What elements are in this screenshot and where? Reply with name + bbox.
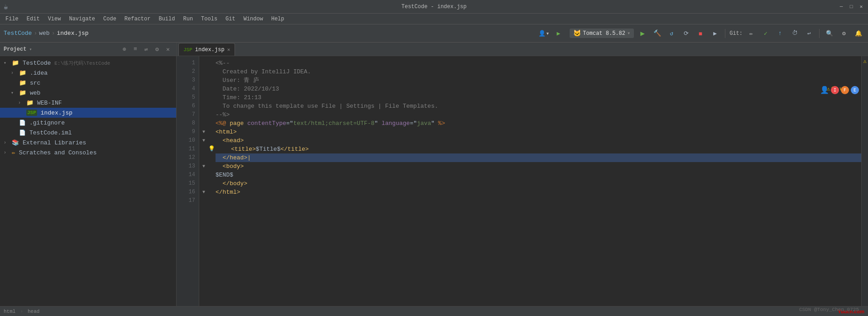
tree-item-ext-libs[interactable]: ›📚External Libraries (0, 138, 176, 148)
tree-arrow: › (4, 140, 10, 145)
comment-text: Created by IntelliJ IDEA. (216, 67, 311, 76)
code-line-6: To change this template use File | Setti… (216, 102, 861, 110)
line-numbers: 1234567891011121314151617 (177, 56, 199, 306)
fold-marker[interactable]: ▼ (202, 129, 205, 134)
tree-item-testcode-root[interactable]: ▾📁TestCode E:\练习代码\TestCode (0, 58, 176, 68)
sidebar-hide-icon[interactable]: ✕ (163, 45, 173, 54)
breadcrumb: TestCode › web › index.jsp (4, 30, 89, 37)
code-area[interactable]: 1234567891011121314151617 ▼▼▼▼ <%-- Crea… (177, 56, 868, 306)
line-num-6: 6 (178, 102, 195, 110)
tree-item-scratches[interactable]: ›✏Scratches and Consoles (0, 148, 176, 158)
status-breadcrumb-html[interactable]: html (4, 309, 15, 314)
tree-item-index-jsp[interactable]: JSPindex.jsp (0, 108, 176, 118)
notifications-button[interactable]: 🔔 (853, 28, 864, 39)
menu-item-view[interactable]: View (44, 15, 65, 23)
breadcrumb-folder[interactable]: web (39, 30, 49, 37)
line-num-9: 9 (178, 128, 195, 136)
folder-icon: 📁 (26, 99, 34, 106)
reload-button[interactable]: ⟳ (680, 28, 692, 39)
menu-item-refactor[interactable]: Refactor (121, 15, 154, 23)
bulb-icon[interactable]: 💡 (208, 145, 215, 153)
minimize-button[interactable]: ─ (838, 4, 844, 10)
sidebar-expand-icon[interactable]: ≡ (131, 45, 140, 54)
tree-item-web[interactable]: ▾📁web (0, 88, 176, 98)
menu-item-file[interactable]: File (2, 15, 22, 23)
menu-item-help[interactable]: Help (268, 15, 288, 23)
tree-label: .gitignore (29, 120, 65, 126)
status-bar: html › head Yuucn.com (0, 306, 868, 316)
firefox-icon[interactable]: F (841, 86, 849, 94)
sidebar-collapse-icon[interactable]: ⇌ (142, 45, 151, 54)
tree-arrow: ▾ (4, 60, 10, 66)
tab-icon: JSP (183, 47, 192, 53)
run-configs-icon[interactable]: ▶ (552, 28, 564, 39)
tree-label: Scratches and Consoles (19, 149, 97, 156)
breadcrumb-file[interactable]: index.jsp (57, 30, 88, 37)
build-button[interactable]: 🔨 (651, 28, 663, 39)
edge-icon[interactable]: E (851, 86, 859, 94)
update-button[interactable]: ↺ (666, 28, 677, 39)
line-num-5: 5 (178, 93, 195, 102)
menu-item-window[interactable]: Window (240, 15, 267, 23)
sidebar-settings-icon[interactable]: ⚙ (153, 45, 162, 54)
sidebar-scope-icon[interactable]: ⊕ (120, 45, 129, 54)
menu-item-build[interactable]: Build (155, 15, 178, 23)
line-num-14: 14 (178, 171, 195, 179)
run-button[interactable]: ▶ (637, 28, 648, 39)
sidebar-chevron[interactable]: ▾ (29, 47, 32, 52)
code-line-13: <body> (216, 162, 861, 171)
git-commit-button[interactable]: ✓ (760, 28, 772, 39)
menu-item-navigate[interactable]: Navigate (65, 15, 99, 23)
line-num-3: 3 (178, 76, 195, 85)
comment-text: Time: 21:13 (216, 93, 261, 102)
git-push-button[interactable]: ↑ (774, 28, 786, 39)
app-icon: ☕ (4, 2, 8, 11)
line-num-16: 16 (178, 188, 195, 196)
git-history-button[interactable]: ⏱ (789, 28, 801, 39)
folder-icon: 📁 (19, 69, 26, 77)
settings-button[interactable]: ⚙ (838, 28, 850, 39)
menu-item-git[interactable]: Git (222, 15, 239, 23)
tree-item-web-inf[interactable]: ›📁WEB-INF (0, 98, 176, 108)
menu-item-tools[interactable]: Tools (197, 15, 221, 23)
fold-marker[interactable]: ▼ (202, 190, 205, 195)
tab-close-button[interactable]: ✕ (227, 47, 230, 53)
line-num-8: 8 (178, 119, 195, 128)
tree-item-testcode-iml[interactable]: 📄TestCode.iml (0, 128, 176, 138)
maximize-button[interactable]: □ (848, 4, 854, 10)
tree-label: .idea (30, 70, 48, 77)
git-edit-button[interactable]: ✏ (745, 28, 757, 39)
fold-marker[interactable]: ▼ (202, 164, 205, 169)
status-breadcrumb-head[interactable]: head (28, 309, 39, 314)
window-title: TestCode - index.jsp (401, 4, 466, 10)
tree-item-idea[interactable]: ›📁.idea (0, 68, 176, 78)
stop-button[interactable]: ◼ (695, 28, 706, 39)
fold-marker[interactable]: ▼ (202, 138, 205, 143)
sidebar-header: Project ▾ ⊕ ≡ ⇌ ⚙ ✕ (0, 43, 176, 56)
code-line-10: <head> (216, 136, 861, 145)
menu-item-code[interactable]: Code (100, 15, 120, 23)
git-revert-button[interactable]: ↩ (803, 28, 815, 39)
editor-tab-index-jsp[interactable]: JSP index.jsp ✕ (178, 43, 235, 56)
folder-icon: 📁 (12, 59, 19, 67)
sidebar: Project ▾ ⊕ ≡ ⇌ ⚙ ✕ ▾📁TestCode E:\练习代码\T… (0, 43, 177, 306)
tomcat-chevron: ▾ (627, 30, 630, 37)
menu-item-edit[interactable]: Edit (23, 15, 43, 23)
breadcrumb-project[interactable]: TestCode (4, 30, 32, 37)
tomcat-dropdown[interactable]: 🐱 Tomcat 8.5.82 ▾ (570, 29, 634, 38)
tree-label: External Libraries (23, 139, 86, 146)
coverage-button[interactable]: ▶ (709, 28, 721, 39)
user-icon[interactable]: 👤▾ (538, 28, 550, 39)
close-button[interactable]: ✕ (858, 4, 864, 10)
code-line-14: $END$ (216, 171, 861, 179)
folder-icon: 📁 (19, 89, 26, 96)
chrome-icon[interactable]: I (831, 86, 839, 94)
intellij-browser-icon[interactable]: 👤 (820, 86, 829, 95)
menu-item-run[interactable]: Run (179, 15, 197, 23)
code-content[interactable]: <%-- Created by IntelliJ IDEA. User: 青 庐… (208, 56, 861, 306)
tree-item-src[interactable]: 📁src (0, 78, 176, 88)
search-everywhere-button[interactable]: 🔍 (824, 28, 835, 39)
tree-item-gitignore[interactable]: 📄.gitignore (0, 118, 176, 128)
sidebar-title: Project (4, 46, 26, 53)
comment-text: <%-- (216, 59, 230, 67)
